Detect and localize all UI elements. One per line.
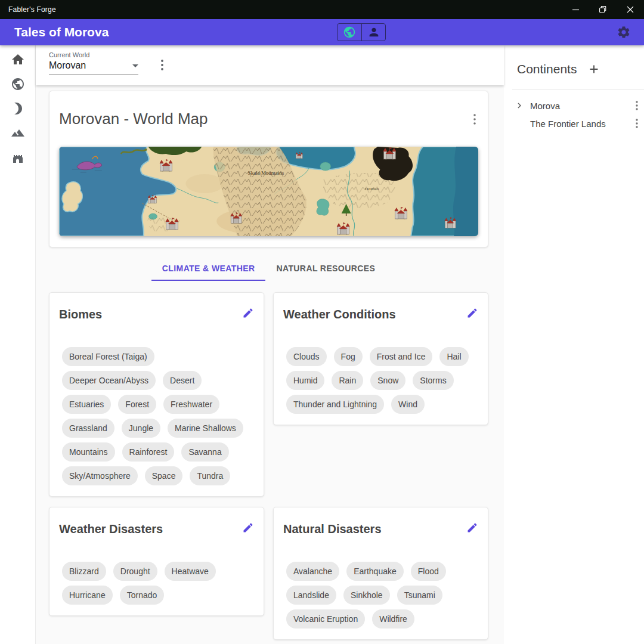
kebab-menu-icon <box>636 119 638 128</box>
natural-disaster-chip: Earthquake <box>346 562 404 581</box>
continent-item-morova[interactable]: Morova <box>504 97 644 114</box>
chevron-right-icon <box>514 100 525 111</box>
map-label-drilmab: Drilmab <box>365 187 379 191</box>
weather-condition-chip: Frost and Ice <box>370 347 433 366</box>
map-card-title: Morovan - World Map <box>59 110 208 128</box>
biome-chip: Savanna <box>181 442 228 462</box>
weather-condition-chip: Storms <box>413 371 453 390</box>
plus-icon <box>587 63 600 76</box>
natural-disasters-card: Natural Disasters AvalancheEarthquakeFlo… <box>273 507 488 640</box>
continent-label[interactable]: Morova <box>530 101 560 111</box>
biome-chip: Tundra <box>190 466 230 485</box>
expand-chevron-button[interactable] <box>514 100 525 111</box>
world-toolbar: Current World Morovan <box>36 45 504 85</box>
biome-chip: Deeper Ocean/Abyss <box>62 371 156 390</box>
minimize-button[interactable] <box>562 0 589 19</box>
weather-condition-chip: Thunder and Lightning <box>286 395 384 414</box>
biomes-edit-button[interactable] <box>242 306 254 319</box>
natural-disaster-chip: Wildfire <box>372 609 414 628</box>
castle-icon <box>11 150 25 165</box>
close-button[interactable] <box>617 0 644 19</box>
world-map-card: Morovan - World Map <box>49 91 488 247</box>
edit-pencil-icon <box>242 307 254 319</box>
weather-conditions-card: Weather Conditions CloudsFogFrost and Ic… <box>273 292 488 425</box>
os-titlebar: Fabler's Forge <box>0 0 644 19</box>
user-icon <box>367 26 380 39</box>
map-label-skala: Skala Mountains <box>248 170 284 176</box>
main-content: Morovan - World Map <box>36 85 504 644</box>
biomes-card: Biomes Boreal Forest (Taiga)Deeper Ocean… <box>49 292 264 497</box>
biomes-chip-list: Boreal Forest (Taiga)Deeper Ocean/AbyssD… <box>59 347 254 485</box>
app-window: Fabler's Forge Tales of Morova <box>0 0 644 644</box>
mountains-icon <box>11 126 25 140</box>
current-world-label: Current World <box>49 51 138 58</box>
continent-label[interactable]: The Frontier Lands <box>530 119 606 129</box>
tab-climate-weather[interactable]: CLIMATE & WEATHER <box>151 257 266 281</box>
moon-icon <box>11 101 25 116</box>
natural-disaster-chip: Tsunami <box>397 586 442 605</box>
weather-disasters-edit-button[interactable] <box>242 521 254 534</box>
weather-conditions-edit-button[interactable] <box>466 306 478 319</box>
restore-button[interactable] <box>589 0 617 19</box>
kebab-menu-icon <box>473 114 476 125</box>
home-icon <box>11 52 25 67</box>
weather-conditions-card-title: Weather Conditions <box>283 306 396 323</box>
nav-mountains-button[interactable] <box>11 126 25 140</box>
continent-menu-button[interactable] <box>636 119 638 128</box>
nav-home-button[interactable] <box>11 52 25 67</box>
continents-panel: Continents Morova The Frontier Lands <box>504 45 644 644</box>
current-world-select[interactable]: Current World Morovan <box>49 51 138 75</box>
continent-menu-button[interactable] <box>636 101 638 110</box>
nav-world-button[interactable] <box>11 77 25 91</box>
view-toggle-group <box>337 23 386 41</box>
settings-button[interactable] <box>617 25 644 39</box>
map-card-menu-button[interactable] <box>473 114 478 125</box>
world-menu-button[interactable] <box>161 60 163 70</box>
biome-chip: Jungle <box>122 419 160 438</box>
edit-pencil-icon <box>466 522 478 534</box>
weather-condition-chip: Fog <box>334 347 363 366</box>
weather-disaster-chip: Heatwave <box>165 562 216 581</box>
world-map-image[interactable]: Skala Mountains Drilmab <box>59 147 478 236</box>
biome-chip: Boreal Forest (Taiga) <box>62 347 154 366</box>
window-title: Fabler's Forge <box>0 5 56 14</box>
weather-condition-chip: Rain <box>332 371 363 390</box>
user-view-toggle[interactable] <box>361 24 385 41</box>
weather-disaster-chip: Tornado <box>120 586 165 605</box>
natural-disasters-chip-list: AvalancheEarthquakeFloodLandslideSinkhol… <box>283 562 478 628</box>
continents-title: Continents <box>517 62 577 76</box>
weather-condition-chip: Hail <box>439 347 468 366</box>
biome-chip: Marine Shallows <box>168 419 243 438</box>
add-continent-button[interactable] <box>587 63 600 76</box>
close-icon <box>627 6 634 13</box>
natural-disaster-chip: Landslide <box>286 586 336 605</box>
natural-disaster-chip: Avalanche <box>286 562 339 581</box>
main-column: Current World Morovan Morovan - World Ma… <box>36 45 504 644</box>
natural-disaster-chip: Volcanic Eruption <box>286 609 365 628</box>
biome-chip: Desert <box>163 371 202 390</box>
continent-item-frontier-lands[interactable]: The Frontier Lands <box>504 114 644 132</box>
section-tabs: CLIMATE & WEATHER NATURAL RESOURCES <box>49 257 488 281</box>
biome-chip: Freshwater <box>163 395 219 414</box>
app-bar: Tales of Morova <box>0 19 644 45</box>
weather-disaster-chip: Drought <box>113 562 157 581</box>
tab-natural-resources[interactable]: NATURAL RESOURCES <box>265 257 386 281</box>
kebab-menu-icon <box>161 60 163 70</box>
window-controls <box>562 0 644 19</box>
weather-disasters-card-title: Weather Disasters <box>59 521 163 537</box>
minimize-icon <box>572 7 579 13</box>
natural-disaster-chip: Flood <box>411 562 446 581</box>
app-title: Tales of Morova <box>0 25 109 39</box>
world-view-toggle[interactable] <box>338 24 361 41</box>
edit-pencil-icon <box>466 307 478 319</box>
panel-divider <box>512 89 644 89</box>
nav-moon-button[interactable] <box>11 101 25 116</box>
natural-disasters-card-title: Natural Disasters <box>283 521 382 537</box>
edit-pencil-icon <box>242 522 254 534</box>
climate-cards-grid: Biomes Boreal Forest (Taiga)Deeper Ocean… <box>49 292 488 644</box>
biome-chip: Grassland <box>62 419 114 438</box>
nav-city-button[interactable] <box>11 150 25 165</box>
natural-disasters-edit-button[interactable] <box>466 521 478 534</box>
biomes-card-title: Biomes <box>59 306 102 323</box>
weather-disasters-chip-list: BlizzardDroughtHeatwaveHurricaneTornado <box>59 562 254 605</box>
